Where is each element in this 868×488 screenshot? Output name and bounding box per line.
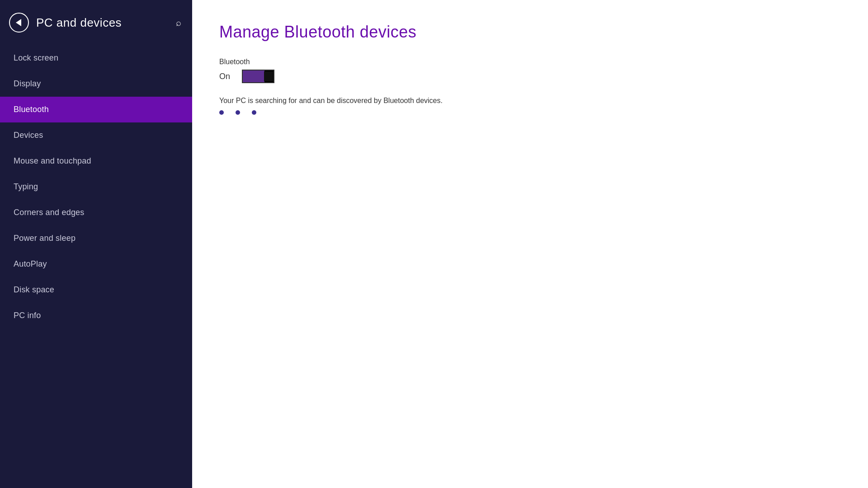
bluetooth-section-label: Bluetooth: [219, 58, 841, 66]
sidebar-item-mouse-touchpad[interactable]: Mouse and touchpad: [0, 148, 192, 174]
back-button[interactable]: [9, 13, 29, 33]
sidebar-item-display[interactable]: Display: [0, 71, 192, 97]
toggle-row: On: [219, 70, 841, 83]
toggle-thumb: [264, 71, 273, 81]
dot-2: [236, 110, 240, 115]
loading-dots: [219, 110, 841, 115]
sidebar-item-lock-screen[interactable]: Lock screen: [0, 45, 192, 71]
sidebar-item-corners-edges[interactable]: Corners and edges: [0, 200, 192, 225]
main-content: Manage Bluetooth devices Bluetooth On Yo…: [192, 0, 868, 488]
sidebar-item-disk-space[interactable]: Disk space: [0, 277, 192, 303]
back-arrow-icon: [16, 19, 21, 26]
search-icon[interactable]: ⌕: [176, 18, 181, 28]
sidebar-item-devices[interactable]: Devices: [0, 122, 192, 148]
bluetooth-status-text: Your PC is searching for and can be disc…: [219, 97, 841, 105]
sidebar-item-power-sleep[interactable]: Power and sleep: [0, 225, 192, 251]
sidebar-header: PC and devices ⌕: [0, 0, 192, 45]
bluetooth-toggle[interactable]: [242, 70, 274, 83]
nav-list: Lock screen Display Bluetooth Devices Mo…: [0, 45, 192, 488]
sidebar-item-autoplay[interactable]: AutoPlay: [0, 251, 192, 277]
sidebar-item-pc-info[interactable]: PC info: [0, 303, 192, 328]
toggle-filled: [243, 70, 264, 82]
dot-1: [219, 110, 224, 115]
sidebar-item-typing[interactable]: Typing: [0, 174, 192, 200]
dot-3: [252, 110, 256, 115]
sidebar-item-bluetooth[interactable]: Bluetooth: [0, 97, 192, 122]
sidebar: PC and devices ⌕ Lock screen Display Blu…: [0, 0, 192, 488]
toggle-state-label: On: [219, 72, 233, 81]
sidebar-title: PC and devices: [36, 16, 122, 30]
page-title: Manage Bluetooth devices: [219, 23, 841, 42]
